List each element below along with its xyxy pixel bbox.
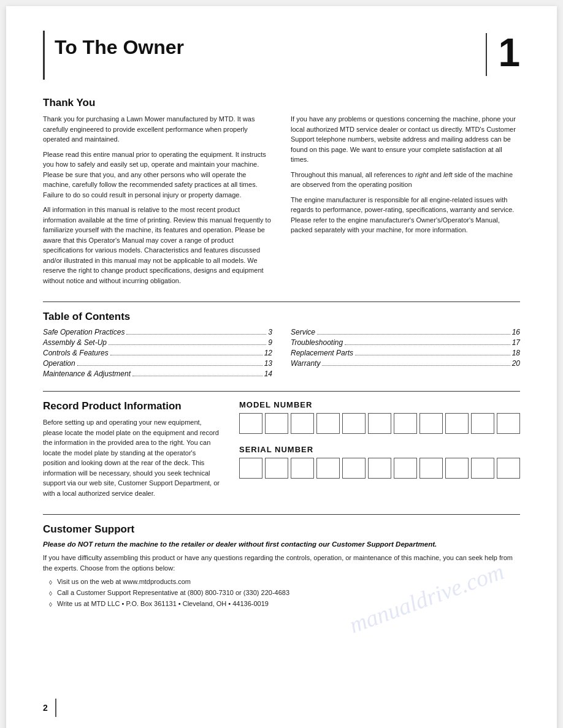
record-heading: Record Product Information [43, 400, 221, 412]
model-box-5[interactable] [342, 413, 366, 434]
serial-box-1[interactable] [239, 458, 262, 479]
model-box-10[interactable] [471, 413, 494, 434]
toc-entry-8: Warranty 20 [291, 359, 520, 368]
divider-1 [43, 301, 520, 302]
diamond-icon-2: ◊ [49, 590, 52, 597]
thank-you-columns: Thank you for purchasing a Lawn Mower ma… [43, 114, 520, 290]
footer-page-number: 2 [43, 703, 48, 713]
toc-col-left: Safe Operation Practices 3 Assembly & Se… [43, 328, 272, 380]
page-footer: 2 [43, 699, 56, 717]
thank-you-col1-para1: Thank you for purchasing a Lawn Mower ma… [43, 114, 272, 145]
toc-title-4: Maintenance & Adjustment [43, 370, 131, 378]
thank-you-col2-para1: If you have any problems or questions co… [291, 114, 520, 165]
serial-label: Serial Number [239, 445, 520, 454]
bullet-text-3: Write us at MTD LLC • P.O. Box 361131 • … [57, 600, 269, 607]
model-box-7[interactable] [394, 413, 417, 434]
model-box-1[interactable] [239, 413, 262, 434]
toc-section: Table of Contents Safe Operation Practic… [43, 311, 520, 380]
serial-box-6[interactable] [368, 458, 391, 479]
model-box-6[interactable] [368, 413, 391, 434]
record-body: Before setting up and operating your new… [43, 417, 221, 498]
serial-box-4[interactable] [316, 458, 340, 479]
toc-page-4: 14 [264, 370, 272, 378]
toc-page-2: 12 [264, 349, 272, 357]
toc-entry-3: Operation 13 [43, 359, 272, 368]
thank-you-col2-para3: The engine manufacturer is responsible f… [291, 195, 520, 235]
diamond-icon-3: ◊ [49, 601, 52, 608]
bullet-2: ◊ Call a Customer Support Representative… [49, 589, 520, 597]
thank-you-col2: If you have any problems or questions co… [291, 114, 520, 290]
page-header: To The Owner 1 [43, 31, 520, 80]
customer-support-heading: Customer Support [43, 523, 520, 536]
toc-page-8: 20 [512, 359, 520, 368]
toc-col-right: Service 16 Troubleshooting 17 Replacemen… [291, 328, 520, 380]
divider-3 [43, 514, 520, 515]
model-input-boxes [239, 413, 520, 434]
model-box-2[interactable] [265, 413, 288, 434]
model-serial-area: Model Number Serial Number [239, 400, 520, 503]
customer-support-list: ◊ Visit us on the web at www.mtdproducts… [43, 578, 520, 608]
page-title: To The Owner [55, 31, 184, 58]
footer-line [55, 699, 56, 717]
diamond-icon-1: ◊ [49, 579, 52, 586]
serial-input-boxes [239, 458, 520, 479]
toc-dots-1 [109, 344, 266, 345]
divider-2 [43, 391, 520, 392]
header-divider [486, 33, 487, 76]
toc-title-2: Controls & Features [43, 349, 109, 357]
toc-title-8: Warranty [291, 359, 320, 368]
bullet-3: ◊ Write us at MTD LLC • P.O. Box 361131 … [49, 600, 520, 608]
toc-entry-1: Assembly & Set-Up 9 [43, 338, 272, 347]
toc-title-7: Replacement Parts [291, 349, 353, 357]
toc-dots-8 [322, 365, 510, 366]
toc-title-1: Assembly & Set-Up [43, 338, 107, 347]
page-number: 1 [498, 33, 520, 72]
bullet-text-2: Call a Customer Support Representative a… [57, 589, 289, 596]
toc-entry-4: Maintenance & Adjustment 14 [43, 370, 272, 378]
toc-page-7: 18 [512, 349, 520, 357]
toc-title-3: Operation [43, 359, 75, 368]
toc-entry-2: Controls & Features 12 [43, 349, 272, 357]
toc-dots-6 [345, 344, 510, 345]
serial-box-3[interactable] [291, 458, 314, 479]
thank-you-col1-para3: All information in this manual is relati… [43, 205, 272, 286]
toc-heading: Table of Contents [43, 311, 520, 323]
model-box-9[interactable] [445, 413, 469, 434]
toc-page-6: 17 [512, 338, 520, 347]
toc-dots-5 [317, 334, 510, 335]
toc-entry-7: Replacement Parts 18 [291, 349, 520, 357]
thank-you-section: Thank You Thank you for purchasing a Law… [43, 97, 520, 290]
bullet-1: ◊ Visit us on the web at www.mtdproducts… [49, 578, 520, 586]
toc-dots-4 [132, 376, 262, 376]
toc-entry-6: Troubleshooting 17 [291, 338, 520, 347]
thank-you-heading: Thank You [43, 97, 520, 109]
record-section: Record Product Information Before settin… [43, 400, 520, 503]
toc-page-3: 13 [264, 359, 272, 368]
model-box-8[interactable] [419, 413, 443, 434]
toc-page-0: 3 [268, 328, 272, 336]
thank-you-col1-para2: Please read this entire manual prior to … [43, 150, 272, 200]
model-box-3[interactable] [291, 413, 314, 434]
serial-box-11[interactable] [497, 458, 520, 479]
customer-support-notice: Please do NOT return the machine to the … [43, 540, 520, 548]
serial-box-5[interactable] [342, 458, 366, 479]
serial-box-8[interactable] [419, 458, 443, 479]
thank-you-col2-para2: Throughout this manual, all references t… [291, 170, 520, 190]
model-box-11[interactable] [497, 413, 520, 434]
toc-entry-5: Service 16 [291, 328, 520, 336]
serial-box-9[interactable] [445, 458, 469, 479]
toc-title-0: Safe Operation Practices [43, 328, 124, 336]
toc-columns: Safe Operation Practices 3 Assembly & Se… [43, 328, 520, 380]
toc-entry-0: Safe Operation Practices 3 [43, 328, 272, 336]
model-box-4[interactable] [316, 413, 340, 434]
customer-support-section: Customer Support Please do NOT return th… [43, 523, 520, 608]
serial-box-7[interactable] [394, 458, 417, 479]
toc-page-1: 9 [268, 338, 272, 347]
toc-page-5: 16 [512, 328, 520, 336]
serial-box-10[interactable] [471, 458, 494, 479]
page: To The Owner 1 Thank You Thank you for p… [6, 6, 557, 728]
toc-dots-0 [126, 334, 266, 335]
serial-box-2[interactable] [265, 458, 288, 479]
bullet-text-1: Visit us on the web at www.mtdproducts.c… [57, 578, 191, 585]
toc-title-6: Troubleshooting [291, 338, 343, 347]
